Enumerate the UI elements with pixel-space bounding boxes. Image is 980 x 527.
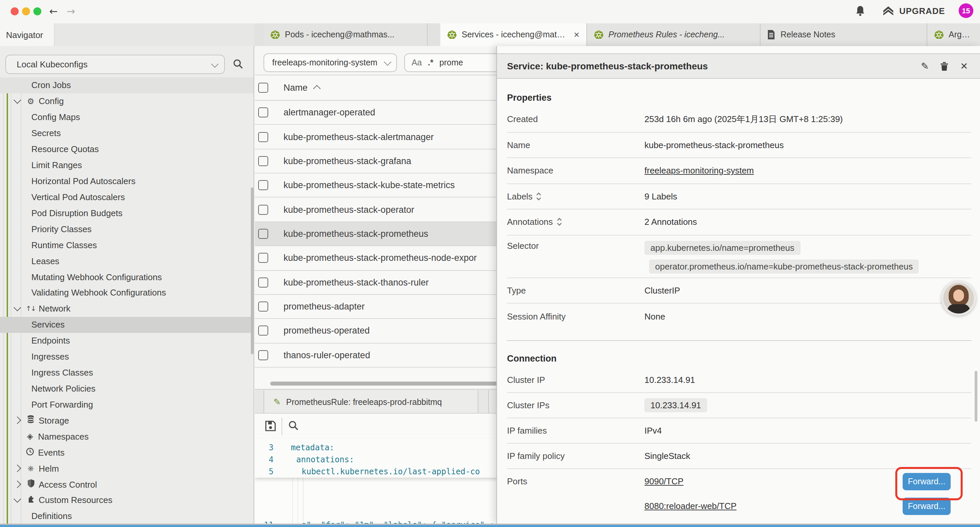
property-row-namespace: Namespace freeleaps-monitoring-system [507,158,971,184]
row-checkbox[interactable] [258,180,268,191]
sidebar-item-validating-webhook-configurations[interactable]: Validating Webhook Configurations [0,285,253,301]
editor-tab-bar: Pods - icecheng@mathmas... Services - ic… [254,23,980,47]
sidebar-item-access-control[interactable]: Access Control [0,476,253,492]
kubernetes-icon [270,30,280,40]
sidebar-item-storage[interactable]: Storage [0,412,253,428]
chevron-down-icon [14,96,21,104]
service-detail-drawer: Service: kube-prometheus-stack-prometheu… [496,46,980,524]
sidebar-item-leases[interactable]: Leases [0,253,253,269]
section-connection: Connection [497,341,980,367]
port-link[interactable]: 8080:reloader-web/TCP [644,501,737,511]
sidebar-item-config[interactable]: ⚙Config [0,93,253,110]
sidebar-item-ingresses[interactable]: Ingresses [0,349,253,365]
tab-argo[interactable]: Argo Se [927,23,980,46]
sidebar-item-vertical-pod-autoscalers[interactable]: Vertical Pod Autoscalers [0,189,253,205]
avatar[interactable] [941,281,976,315]
name-column-header[interactable]: Name [283,83,307,93]
sort-ascending-icon[interactable] [313,85,321,93]
close-icon[interactable]: ✕ [960,61,968,72]
row-checkbox[interactable] [258,350,268,360]
row-checkbox[interactable] [258,156,268,166]
property-row-annotations: Annotations 2 Annotations [507,209,971,235]
close-tab-icon[interactable]: ✕ [574,30,580,39]
row-checkbox[interactable] [258,204,268,215]
chevron-down-icon [211,60,219,68]
upgrade-button[interactable]: UPGRADE [899,6,945,16]
sidebar-search-icon[interactable] [233,59,243,69]
chevron-down-icon [14,496,21,503]
notification-badge[interactable]: 15 [959,3,973,18]
tab-release-notes[interactable]: Release Notes [760,23,927,46]
app-window: ← → UPGRADE 15 Navigator Pods - icecheng… [0,0,980,527]
sidebar-item-secrets[interactable]: Secrets [0,126,253,142]
sidebar-item-ingress-classes[interactable]: Ingress Classes [0,365,253,381]
select-all-checkbox[interactable] [258,83,268,93]
sidebar-item-helm[interactable]: ⎈Helm [0,460,253,476]
minimize-window-button[interactable] [22,7,30,15]
sidebar-item-runtime-classes[interactable]: Runtime Classes [0,237,253,253]
row-checkbox[interactable] [258,326,268,336]
sidebar-item-services[interactable]: Services [0,317,253,333]
expand-collapse-icon[interactable] [556,218,562,226]
cluster-ip-chip: 10.233.14.91 [644,398,707,412]
gear-icon: ⚙ [25,97,36,106]
namespace-link[interactable]: freeleaps-monitoring-system [644,166,754,176]
sidebar-item-cron-jobs[interactable]: Cron Jobs [0,77,253,93]
chevron-right-icon [14,481,21,488]
bell-icon[interactable] [855,5,865,17]
maximize-window-button[interactable] [33,7,41,15]
property-row-session-affinity: Session Affinity None [507,304,971,329]
sidebar-item-network[interactable]: ↑↓Network [0,301,253,317]
namespace-select[interactable]: freeleaps-monitoring-system [264,53,397,72]
tab-services[interactable]: Services - icecheng@math... ✕ [440,23,587,46]
row-checkbox[interactable] [258,132,268,142]
annotation-highlight-box [895,467,963,500]
sidebar-item-pod-disruption-budgets[interactable]: Pod Disruption Budgets [0,205,253,221]
toolbar-divider [282,417,282,435]
tab-label: PrometheusRule: freeleaps-prod-rabbitmq [286,397,442,407]
tab-pods[interactable]: Pods - icecheng@mathmas... [264,23,428,46]
sidebar-item-horizontal-pod-autoscalers[interactable]: Horizontal Pod Autoscalers [0,173,253,189]
tab-label: Release Notes [781,30,835,39]
kubeconfig-select[interactable]: Local Kubeconfigs [5,55,225,74]
save-icon[interactable] [265,420,276,431]
sidebar-item-priority-classes[interactable]: Priority Classes [0,221,253,237]
window-titlebar: ← → UPGRADE 15 [0,0,980,24]
sidebar-item-endpoints[interactable]: Endpoints [0,333,253,349]
forward-arrow-icon[interactable]: → [67,5,75,18]
upgrade-icon[interactable] [882,5,895,17]
tab-prometheus-rules[interactable]: Prometheus Rules - icecheng... [587,23,760,46]
tab-label: Argo Se [949,30,973,39]
row-checkbox[interactable] [258,229,268,239]
sidebar-item-config-maps[interactable]: Config Maps [0,110,253,126]
sidebar-item-port-forwarding[interactable]: Port Forwarding [0,396,253,412]
sidebar-scrollbar[interactable] [251,188,253,354]
expand-collapse-icon[interactable] [536,192,542,201]
sidebar-item-events[interactable]: Events [0,444,253,460]
row-checkbox[interactable] [258,107,268,118]
close-window-button[interactable] [11,7,19,15]
sidebar-item-custom-resources[interactable]: Custom Resources [0,492,253,508]
navigator-panel-tab[interactable]: Navigator [0,23,55,46]
sidebar-item-namespaces[interactable]: ◈Namespaces [0,428,253,444]
sidebar-item-mutating-webhook-configurations[interactable]: Mutating Webhook Configurations [0,269,253,285]
row-checkbox[interactable] [258,301,268,312]
editor-search-icon[interactable] [288,420,299,431]
drawer-scrollbar[interactable] [975,371,977,422]
trash-icon[interactable] [940,61,949,71]
back-arrow-icon[interactable]: ← [49,5,58,18]
edit-icon[interactable]: ✎ [921,61,929,72]
row-checkbox[interactable] [258,253,268,263]
regex-icon[interactable]: .* [428,58,434,67]
sidebar-item-definitions[interactable]: Definitions [0,508,253,524]
sidebar-item-resource-quotas[interactable]: Resource Quotas [0,141,253,157]
tab-prometheusrule-editor[interactable]: ✎ PrometheusRule: freeleaps-prod-rabbitm… [264,390,478,414]
row-checkbox[interactable] [258,277,268,287]
sidebar-item-limit-ranges[interactable]: Limit Ranges [0,157,253,173]
property-row-type: Type ClusterIP [507,278,971,304]
kubeconfig-select-value: Local Kubeconfigs [17,59,88,69]
search-input[interactable]: Aa .* prome [404,53,504,72]
sidebar-item-network-policies[interactable]: Network Policies [0,381,253,396]
match-case-icon[interactable]: Aa [412,58,422,67]
port-link[interactable]: 9090/TCP [644,476,684,486]
